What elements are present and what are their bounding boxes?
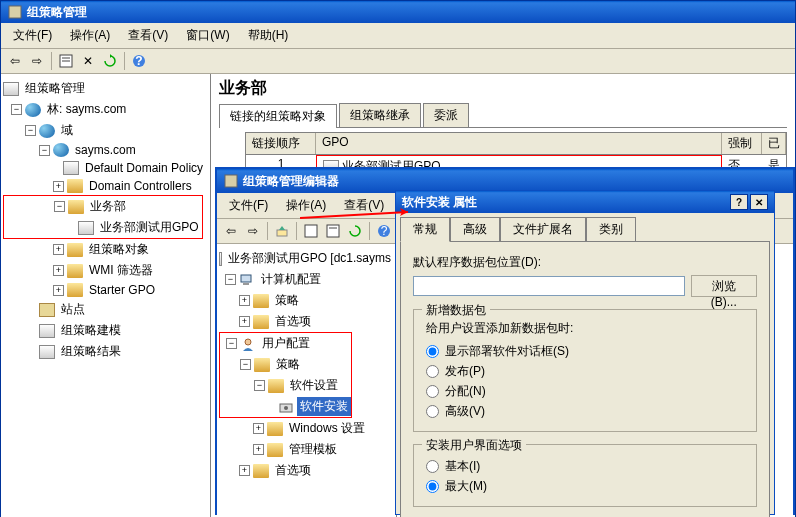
menu-view[interactable]: 查看(V) — [120, 25, 176, 46]
gpme-comp-prefs[interactable]: 首选项 — [272, 312, 314, 331]
radio-show-dialog[interactable] — [426, 345, 439, 358]
default-loc-input[interactable] — [413, 276, 685, 296]
gpmc-tree[interactable]: 组策略管理 −林: sayms.com −域 −sayms.com Defaul… — [1, 74, 211, 517]
gpme-user-prefs[interactable]: 首选项 — [272, 461, 314, 480]
tree-modeling[interactable]: 组策略建模 — [58, 321, 124, 340]
gpme-sw-settings[interactable]: 软件设置 — [287, 376, 341, 395]
gpme-computer[interactable]: 计算机配置 — [258, 270, 324, 289]
expander[interactable]: − — [226, 338, 237, 349]
tree-ddp[interactable]: Default Domain Policy — [82, 160, 206, 176]
tree-domain[interactable]: sayms.com — [72, 142, 139, 158]
expander[interactable]: + — [53, 285, 64, 296]
col-enforced[interactable]: 强制 — [722, 133, 762, 154]
gpme-sw-install[interactable]: 软件安装 — [297, 397, 351, 416]
refresh-button[interactable] — [100, 51, 120, 71]
expander[interactable]: + — [239, 465, 250, 476]
expander[interactable]: + — [239, 316, 250, 327]
tree-starter[interactable]: Starter GPO — [86, 282, 158, 298]
user-icon — [240, 337, 256, 351]
grid-header: 链接顺序 GPO 强制 已 — [245, 132, 787, 155]
menu-action[interactable]: 操作(A) — [62, 25, 118, 46]
properties-button[interactable] — [56, 51, 76, 71]
menu-help[interactable]: 帮助(H) — [240, 25, 297, 46]
expander[interactable]: − — [240, 359, 251, 370]
radio-advanced[interactable] — [426, 405, 439, 418]
properties-button[interactable] — [323, 221, 343, 241]
expander[interactable]: − — [11, 104, 22, 115]
menu-file[interactable]: 文件(F) — [5, 25, 60, 46]
radio-assign[interactable] — [426, 385, 439, 398]
radio-assign-label: 分配(N) — [445, 383, 486, 400]
tree-results[interactable]: 组策略结果 — [58, 342, 124, 361]
tree-domains[interactable]: 域 — [58, 121, 76, 140]
tab-delegation[interactable]: 委派 — [423, 103, 469, 127]
expander[interactable]: − — [225, 274, 236, 285]
expander[interactable]: − — [254, 380, 265, 391]
radio-maximum[interactable] — [426, 480, 439, 493]
gpme-tree[interactable]: 业务部测试用GPO [dc1.sayms −计算机配置 +策略 +首选项 −用户… — [217, 244, 397, 517]
gpmc-titlebar[interactable]: 组策略管理 — [1, 1, 795, 23]
close-button[interactable]: ✕ — [750, 194, 768, 210]
radio-basic[interactable] — [426, 460, 439, 473]
forward-button[interactable]: ⇨ — [27, 51, 47, 71]
expander[interactable]: + — [239, 295, 250, 306]
expander[interactable]: + — [253, 423, 264, 434]
tree-gpo-container[interactable]: 组策略对象 — [86, 240, 152, 259]
back-button[interactable]: ⇦ — [221, 221, 241, 241]
props-title: 软件安装 属性 — [402, 194, 477, 211]
results-icon — [39, 345, 55, 359]
expander[interactable]: − — [54, 201, 65, 212]
tab-categories[interactable]: 类别 — [586, 217, 636, 242]
gpme-user[interactable]: 用户配置 — [259, 334, 313, 353]
gpme-admin-tmpl[interactable]: 管理模板 — [286, 440, 340, 459]
tab-advanced[interactable]: 高级 — [450, 217, 500, 242]
props-titlebar[interactable]: 软件安装 属性 ? ✕ — [396, 191, 774, 213]
back-button[interactable]: ⇦ — [5, 51, 25, 71]
col-enabled[interactable]: 已 — [762, 133, 786, 154]
tree-ou[interactable]: 业务部 — [87, 197, 129, 216]
tab-general[interactable]: 常规 — [400, 217, 450, 242]
tree-gpo[interactable]: 业务部测试用GPO — [97, 218, 202, 237]
tab-fileext[interactable]: 文件扩展名 — [500, 217, 586, 242]
gpme-user-policies[interactable]: 策略 — [273, 355, 303, 374]
tab-inheritance[interactable]: 组策略继承 — [339, 103, 421, 127]
expander[interactable]: + — [253, 444, 264, 455]
gpmc-toolbar: ⇦ ⇨ ✕ ? — [1, 49, 795, 74]
tree-root[interactable]: 组策略管理 — [22, 79, 88, 98]
domains-icon — [39, 124, 55, 138]
delete-button[interactable]: ✕ — [78, 51, 98, 71]
up-button[interactable] — [272, 221, 292, 241]
tree-wmi[interactable]: WMI 筛选器 — [86, 261, 156, 280]
folder-icon — [67, 243, 83, 257]
gpme-root[interactable]: 业务部测试用GPO [dc1.sayms — [225, 249, 394, 268]
gpme-menu-file[interactable]: 文件(F) — [221, 195, 276, 216]
expander[interactable]: + — [53, 244, 64, 255]
radio-publish[interactable] — [426, 365, 439, 378]
tab-linked-gpos[interactable]: 链接的组策略对象 — [219, 104, 337, 128]
gpme-menu-view[interactable]: 查看(V) — [336, 195, 392, 216]
expander[interactable]: − — [39, 145, 50, 156]
gpme-menu-action[interactable]: 操作(A) — [278, 195, 334, 216]
folder-icon — [67, 283, 83, 297]
group-ui-options: 安装用户界面选项 基本(I) 最大(M) — [413, 444, 757, 507]
forward-button[interactable]: ⇨ — [243, 221, 263, 241]
help-button[interactable]: ? — [730, 194, 748, 210]
list-button[interactable] — [301, 221, 321, 241]
tree-forest[interactable]: 林: sayms.com — [44, 100, 129, 119]
expander[interactable]: − — [25, 125, 36, 136]
gpmc-title: 组策略管理 — [27, 4, 87, 21]
browse-button[interactable]: 浏览(B)... — [691, 275, 757, 297]
menu-window[interactable]: 窗口(W) — [178, 25, 237, 46]
tree-sites[interactable]: 站点 — [58, 300, 88, 319]
tree-dc[interactable]: Domain Controllers — [86, 178, 195, 194]
col-order[interactable]: 链接顺序 — [246, 133, 316, 154]
folder-icon — [268, 379, 284, 393]
col-gpo[interactable]: GPO — [316, 133, 722, 154]
gpme-win-settings[interactable]: Windows 设置 — [286, 419, 368, 438]
expander[interactable]: + — [53, 181, 64, 192]
gpme-comp-policies[interactable]: 策略 — [272, 291, 302, 310]
expander[interactable]: + — [53, 265, 64, 276]
refresh-button[interactable] — [345, 221, 365, 241]
help-button[interactable]: ? — [374, 221, 394, 241]
help-button[interactable]: ? — [129, 51, 149, 71]
